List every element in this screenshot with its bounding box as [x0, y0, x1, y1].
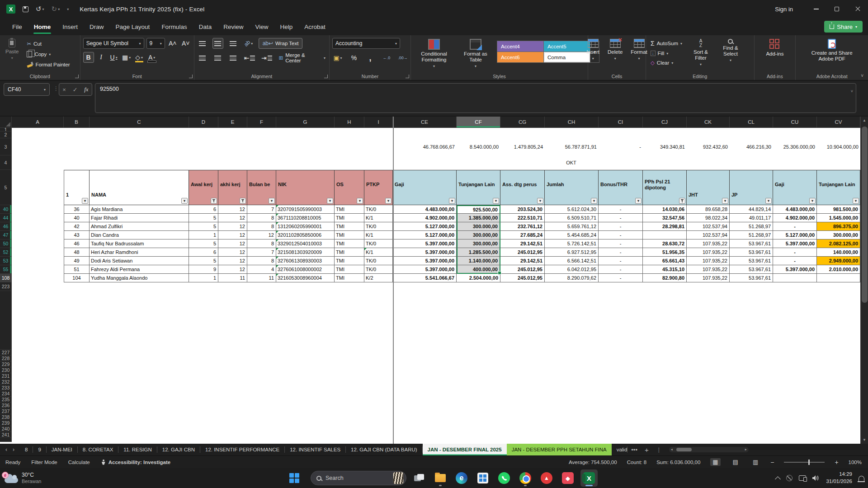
cell[interactable]: [599, 155, 643, 170]
new-sheet-button[interactable]: +: [641, 446, 652, 454]
sheet-tab-12-gaji-cbn-data-baru-[interactable]: 12. GAJI CBN (DATA BARU): [346, 444, 422, 455]
cell[interactable]: -: [773, 222, 817, 231]
percent-style-icon[interactable]: %: [349, 52, 359, 63]
cell[interactable]: 5.397.000,00: [393, 257, 457, 265]
cell[interactable]: 11: [218, 274, 247, 282]
cell[interactable]: K/1: [364, 231, 393, 239]
undo-icon[interactable]: ↺▾: [36, 5, 44, 13]
cell[interactable]: 300.000,00: [817, 231, 860, 239]
horizontal-scrollbar[interactable]: ◂ ▸: [669, 447, 749, 452]
filter-funnel-icon[interactable]: [240, 198, 246, 204]
cell[interactable]: Bulan be▾: [247, 170, 276, 205]
autosum-button[interactable]: ΣAutoSum▾: [649, 39, 684, 48]
cell[interactable]: 245.012,95: [500, 265, 545, 274]
row-header-40[interactable]: 40: [0, 205, 12, 214]
cell[interactable]: 12: [218, 231, 247, 239]
filter-dropdown-icon[interactable]: ▾: [809, 198, 816, 204]
cell[interactable]: TK/0: [364, 257, 393, 265]
row-header-223[interactable]: 223: [0, 282, 12, 291]
style-accent6[interactable]: Accent6: [497, 52, 543, 62]
volume-icon[interactable]: [812, 475, 820, 481]
cell[interactable]: TMI: [335, 222, 364, 231]
cell[interactable]: 6.042.012,95: [545, 265, 599, 274]
cell[interactable]: 7: [247, 248, 276, 257]
cell[interactable]: 245.012,95: [500, 248, 545, 257]
cell[interactable]: akhi kerj: [218, 170, 247, 205]
filter-dropdown-icon[interactable]: ▾: [591, 198, 597, 204]
cell[interactable]: 107.935,22: [687, 248, 730, 257]
row-header-239[interactable]: 239: [0, 420, 12, 426]
cell[interactable]: 7: [247, 205, 276, 214]
col-header-D[interactable]: D: [189, 117, 218, 127]
cell[interactable]: [457, 155, 500, 170]
cell[interactable]: TMI: [335, 274, 364, 282]
cell[interactable]: 203.524,30: [500, 205, 545, 214]
cell[interactable]: -: [599, 138, 643, 155]
sheet-options-icon[interactable]: ⋮: [652, 446, 665, 453]
cell[interactable]: 2.949.000,00: [817, 257, 860, 265]
cell[interactable]: [218, 155, 247, 170]
cell[interactable]: 932.432,60: [687, 138, 730, 155]
align-right-icon[interactable]: [228, 52, 239, 63]
cell[interactable]: 925.500,00: [457, 205, 500, 214]
cell[interactable]: 8: [247, 222, 276, 231]
cell[interactable]: 6: [189, 248, 218, 257]
cell[interactable]: 300.000,00: [457, 231, 500, 239]
cell[interactable]: 9: [189, 265, 218, 274]
share-button[interactable]: Share ▾: [824, 21, 863, 33]
cell[interactable]: 6.566.142,51: [545, 257, 599, 265]
task-view-button[interactable]: [410, 469, 428, 487]
cell[interactable]: 1.479.805,24: [500, 138, 545, 155]
cell[interactable]: 53.967,61: [730, 257, 773, 265]
sheet-tab-8-coretax[interactable]: 8. CORETAX: [78, 444, 118, 455]
cell[interactable]: 8: [247, 214, 276, 222]
sheet-tab-jan-desember-pph-setahun-fina[interactable]: JAN - DESEMBER PPH SETAHUN FINA: [507, 444, 612, 455]
cell[interactable]: 5.612.024,30: [545, 205, 599, 214]
filter-dropdown-icon[interactable]: ▾: [449, 198, 455, 204]
col-header-C[interactable]: C: [90, 117, 189, 127]
insert-cells-button[interactable]: Insert▾: [584, 38, 602, 61]
cell[interactable]: 82.900,80: [643, 274, 687, 282]
cell[interactable]: 3216053008960004: [276, 274, 335, 282]
cell[interactable]: 12: [218, 205, 247, 214]
cell[interactable]: 896.375,00: [817, 222, 860, 231]
page-layout-view-icon[interactable]: ▤: [731, 458, 741, 466]
cell[interactable]: 4.483.000,00: [393, 205, 457, 214]
cell[interactable]: Bonus/THR▾: [599, 170, 643, 205]
cell[interactable]: 6.927.512,95: [545, 248, 599, 257]
underline-button[interactable]: U▾: [108, 52, 119, 63]
fill-button[interactable]: ↓Fill▾: [649, 50, 684, 57]
sort-filter-button[interactable]: AZ Sort & Filter▾: [688, 38, 714, 68]
cell[interactable]: 3215081303920009: [276, 248, 335, 257]
cell[interactable]: 300.000,00: [457, 222, 500, 231]
cell[interactable]: -: [773, 257, 817, 265]
cell[interactable]: [364, 138, 393, 155]
cell[interactable]: 2.082.125,00: [817, 239, 860, 248]
cell[interactable]: 107.935,22: [687, 257, 730, 265]
cell[interactable]: [12, 222, 64, 231]
align-center-icon[interactable]: [212, 52, 223, 63]
col-header-CH[interactable]: CH: [545, 117, 599, 127]
cell[interactable]: 51.268,97: [730, 222, 773, 231]
cell[interactable]: -: [599, 222, 643, 231]
cell[interactable]: Fahrezy Aldi Permana: [90, 265, 189, 274]
cell[interactable]: 8: [247, 257, 276, 265]
filter-dropdown-icon[interactable]: ▾: [327, 198, 333, 204]
cell[interactable]: 8: [247, 239, 276, 248]
cell[interactable]: NIK▾: [276, 170, 335, 205]
cell[interactable]: [247, 155, 276, 170]
cell[interactable]: 2.504.000,00: [457, 274, 500, 282]
cell[interactable]: 12: [218, 257, 247, 265]
row-header-241[interactable]: 241: [0, 432, 12, 438]
font-color-icon[interactable]: A▾: [146, 52, 157, 63]
red-diamond-app-button[interactable]: ◆: [559, 469, 576, 487]
number-format-select[interactable]: Accounting▾: [332, 38, 400, 49]
format-as-table-button[interactable]: Format as Table▾: [459, 38, 492, 70]
cell[interactable]: 12: [218, 222, 247, 231]
cell[interactable]: 12: [218, 248, 247, 257]
cell[interactable]: 12: [218, 265, 247, 274]
menu-tab-insert[interactable]: Insert: [57, 18, 84, 35]
cell[interactable]: [247, 138, 276, 155]
menu-tab-acrobat[interactable]: Acrobat: [298, 18, 331, 35]
filter-dropdown-icon[interactable]: ▾: [82, 198, 88, 204]
